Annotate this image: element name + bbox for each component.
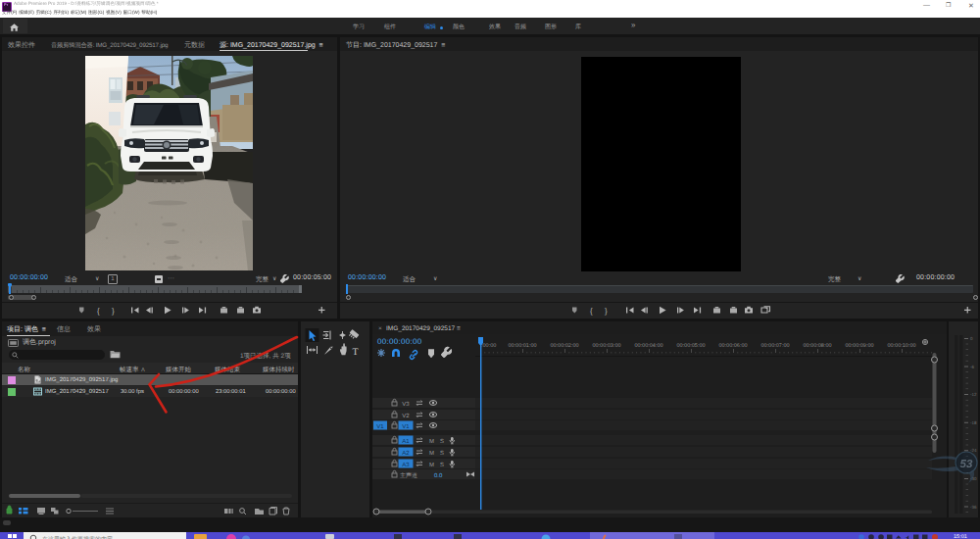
svg-text:-18: -18 (970, 420, 977, 425)
svg-text::00:00: :00:00 (481, 343, 496, 349)
svg-text:V1: V1 (402, 423, 410, 430)
svg-text:15:01: 15:01 (954, 534, 967, 539)
svg-text:S: S (440, 462, 444, 468)
svg-text:00:00:06:00: 00:00:06:00 (718, 343, 747, 349)
svg-text:}: } (112, 307, 115, 316)
svg-text:-6: -6 (970, 365, 974, 369)
svg-text:S: S (440, 438, 444, 445)
svg-text:-36: -36 (970, 505, 977, 510)
svg-text:V1: V1 (376, 423, 384, 430)
svg-text:S: S (440, 450, 444, 457)
svg-text:×: × (378, 325, 382, 332)
svg-text:T: T (353, 347, 359, 358)
svg-text:M: M (429, 450, 434, 457)
svg-text:IMG_20170429_092517 ≡: IMG_20170429_092517 ≡ (386, 325, 461, 332)
svg-text:-24: -24 (970, 448, 977, 453)
svg-text:00:00:00:00: 00:00:00:00 (377, 337, 422, 346)
svg-text:0.0: 0.0 (434, 472, 443, 479)
svg-text:00:00:04:00: 00:00:04:00 (634, 343, 662, 349)
svg-text:A3: A3 (402, 462, 410, 468)
svg-text:}: } (605, 307, 608, 316)
svg-text:00:00:09:00: 00:00:09:00 (845, 343, 873, 349)
svg-text:00:00:07:00: 00:00:07:00 (760, 343, 789, 349)
svg-text:主声道: 主声道 (400, 471, 417, 479)
svg-text:00:00:02:00: 00:00:02:00 (550, 343, 578, 349)
svg-text:00:00:05:00: 00:00:05:00 (676, 343, 705, 349)
svg-text:A1: A1 (402, 438, 410, 445)
svg-text:{: { (590, 307, 593, 316)
svg-text:-12: -12 (970, 392, 977, 397)
svg-text:00:00:08:00: 00:00:08:00 (803, 343, 831, 349)
svg-text:V3: V3 (402, 401, 410, 408)
svg-text:-30: -30 (970, 476, 977, 481)
svg-text:00:00:03:00: 00:00:03:00 (592, 343, 620, 349)
svg-text:M: M (429, 462, 434, 468)
svg-text:{: { (97, 307, 100, 316)
svg-text:00:00:01:00: 00:00:01:00 (508, 343, 536, 349)
svg-text:A2: A2 (402, 450, 410, 457)
svg-text:M: M (429, 438, 434, 445)
svg-text:V2: V2 (402, 413, 410, 419)
svg-text:00:00:10:00: 00:00:10:00 (887, 343, 915, 349)
